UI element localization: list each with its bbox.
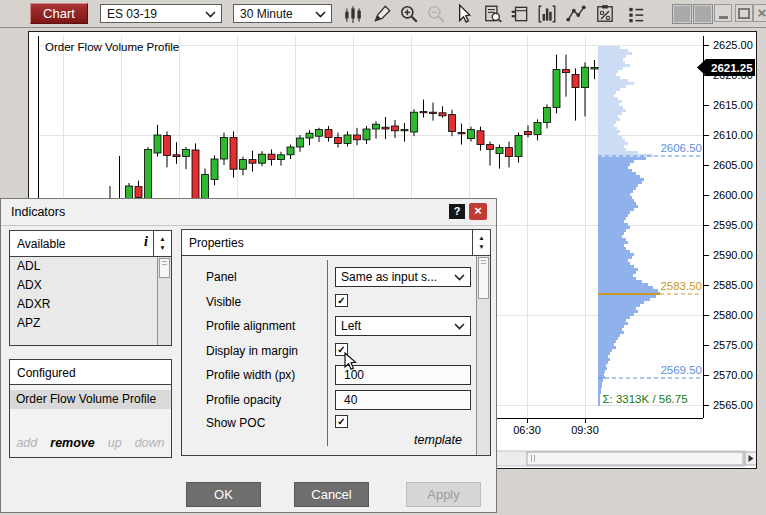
line-style-icon[interactable]	[566, 4, 586, 24]
apply-button[interactable]: Apply	[406, 482, 481, 507]
format-bars-icon[interactable]	[537, 4, 557, 24]
panel-swatch-2[interactable]	[693, 4, 713, 24]
svg-text:2585.00: 2585.00	[713, 279, 753, 291]
configured-header-label: Configured	[17, 366, 76, 380]
property-label-profile-opacity: Profile opacity	[206, 393, 281, 407]
chevron-down-icon	[315, 11, 326, 18]
toolbar: Chart ES 03-19 30 Minute ×	[0, 0, 766, 28]
configured-panel: Configured Order Flow Volume Profile add…	[9, 359, 172, 458]
available-item-apz[interactable]: APZ	[10, 314, 158, 333]
link-add[interactable]: add	[16, 436, 37, 450]
svg-text:Σ: 3313K / 56.75: Σ: 3313K / 56.75	[602, 393, 687, 405]
svg-text:2615.00: 2615.00	[713, 99, 753, 111]
properties-panel: Properties ▲▼ PanelSame as input s...Vis…	[181, 229, 491, 456]
property-label-panel: Panel	[206, 270, 237, 284]
panel-swatch-1[interactable]	[672, 4, 692, 24]
help-button[interactable]: ?	[449, 204, 465, 219]
restore-button[interactable]	[735, 4, 753, 22]
svg-text:09:30: 09:30	[571, 424, 599, 436]
ok-button[interactable]: OK	[186, 482, 261, 507]
minimize-icon	[719, 16, 728, 19]
mouse-cursor	[344, 352, 358, 372]
configured-list: Order Flow Volume Profile	[10, 390, 171, 409]
svg-text:2605.00: 2605.00	[713, 159, 753, 171]
svg-text:2580.00: 2580.00	[713, 309, 753, 321]
svg-text:2590.00: 2590.00	[713, 249, 753, 261]
property-row-profile-opacity: Profile opacity40	[182, 390, 476, 412]
spin-up-icon[interactable]: ▲	[159, 236, 165, 243]
svg-text:2610.00: 2610.00	[713, 129, 753, 141]
interval-combobox[interactable]: 30 Minute	[233, 4, 332, 23]
svg-text:2569.50: 2569.50	[660, 364, 702, 376]
spin-up-icon[interactable]: ▲	[478, 235, 484, 242]
chart-window-badge[interactable]: Chart	[30, 3, 88, 24]
available-header: Available i ▲▼	[10, 231, 171, 257]
info-icon[interactable]: i	[144, 234, 148, 250]
available-item-adl[interactable]: ADL	[10, 257, 158, 276]
svg-text:2606.50: 2606.50	[660, 142, 702, 154]
svg-text:2565.00: 2565.00	[713, 399, 753, 411]
property-row-display-in-margin: Display in margin✓	[182, 341, 476, 363]
data-window-icon[interactable]	[483, 4, 503, 24]
svg-text:06:30: 06:30	[513, 424, 541, 436]
spin-down-icon[interactable]: ▼	[159, 245, 165, 252]
minimize-button[interactable]	[714, 4, 732, 22]
property-input-profile-opacity[interactable]: 40	[335, 390, 471, 410]
property-label-show-poc: Show POC	[206, 416, 265, 430]
available-scroll-thumb[interactable]	[159, 258, 170, 278]
svg-text:2625.00: 2625.00	[713, 39, 753, 51]
restore-icon	[738, 8, 750, 19]
property-label-visible: Visible	[206, 295, 241, 309]
configured-item-order-flow-volume-profile[interactable]: Order Flow Volume Profile	[10, 390, 171, 409]
available-header-label: Available	[17, 237, 65, 251]
select-value: Same as input s...	[341, 270, 437, 284]
svg-text:Order Flow Volume Profile: Order Flow Volume Profile	[45, 41, 179, 53]
available-item-adxr[interactable]: ADXR	[10, 295, 158, 314]
format-objects-icon[interactable]	[510, 4, 530, 24]
chevron-down-icon	[454, 274, 465, 281]
available-item-adx[interactable]: ADX	[10, 276, 158, 295]
property-label-display-in-margin: Display in margin	[206, 344, 298, 358]
spin-down-icon[interactable]: ▼	[478, 244, 484, 251]
object-list-icon[interactable]	[626, 4, 646, 24]
configured-links: addremoveupdown	[10, 436, 171, 450]
draw-pencil-icon[interactable]	[372, 4, 392, 24]
property-checkbox-show-poc[interactable]: ✓	[335, 415, 348, 428]
link-down[interactable]: down	[135, 436, 165, 450]
pointer-icon[interactable]	[453, 4, 473, 24]
property-row-profile-width-px: Profile width (px)100	[182, 365, 476, 387]
available-spinner[interactable]: ▲▼	[153, 231, 171, 256]
property-label-profile-alignment: Profile alignment	[206, 319, 295, 333]
bar-style-icon[interactable]	[343, 4, 363, 24]
link-up[interactable]: up	[108, 436, 122, 450]
available-scrollbar[interactable]	[157, 257, 171, 345]
svg-text:2600.00: 2600.00	[713, 189, 753, 201]
property-select-profile-alignment[interactable]: Left	[335, 316, 471, 336]
cancel-button[interactable]: Cancel	[294, 482, 369, 507]
strategy-properties-icon[interactable]	[595, 4, 615, 24]
close-icon: ×	[758, 6, 766, 20]
svg-text:2595.00: 2595.00	[713, 219, 753, 231]
property-select-panel[interactable]: Same as input s...	[335, 267, 471, 287]
chevron-down-icon	[454, 323, 465, 330]
property-row-visible: Visible✓	[182, 292, 476, 314]
properties-spinner[interactable]: ▲▼	[472, 230, 490, 255]
properties-scrollbar[interactable]	[476, 256, 490, 455]
indicators-dialog: Indicators ? × Available i ▲▼ ADLADXADXR…	[0, 198, 497, 513]
zoom-out-icon[interactable]	[426, 4, 446, 24]
chevron-down-icon	[205, 11, 216, 18]
dialog-close-button[interactable]: ×	[469, 203, 487, 220]
dialog-titlebar[interactable]: Indicators ? ×	[1, 199, 496, 226]
property-row-profile-alignment: Profile alignmentLeft	[182, 316, 476, 338]
close-window-button[interactable]: ×	[753, 4, 766, 22]
template-link[interactable]: template	[414, 433, 462, 447]
available-list: ADLADXADXRAPZ	[10, 257, 158, 345]
property-checkbox-visible[interactable]: ✓	[335, 294, 348, 307]
properties-scroll-thumb[interactable]	[478, 257, 489, 299]
interval-value: 30 Minute	[240, 7, 293, 21]
property-label-profile-width-px: Profile width (px)	[206, 368, 295, 382]
symbol-combobox[interactable]: ES 03-19	[100, 4, 222, 23]
zoom-in-icon[interactable]	[399, 4, 419, 24]
svg-text:2583.50: 2583.50	[660, 280, 702, 292]
link-remove[interactable]: remove	[50, 436, 94, 450]
